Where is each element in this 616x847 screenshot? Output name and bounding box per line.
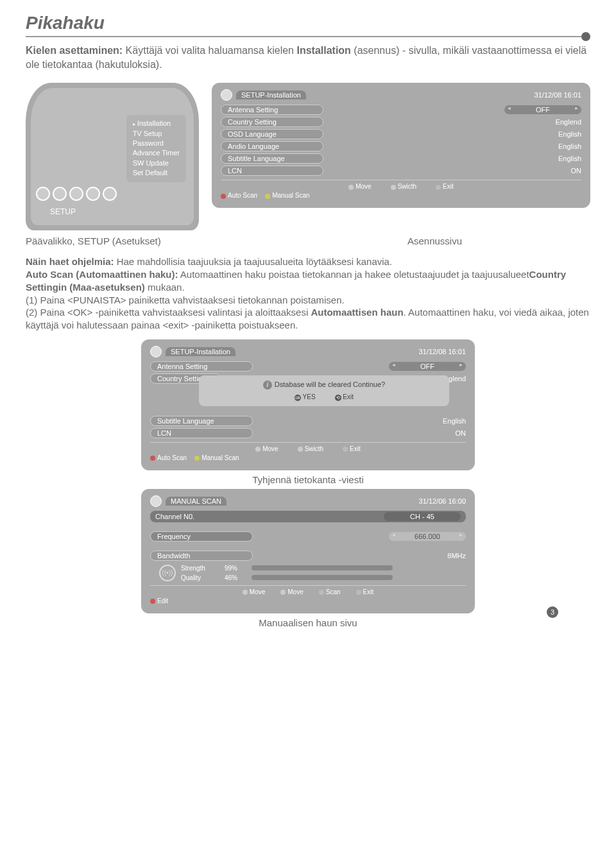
info-icon: i — [263, 381, 272, 389]
hint-scan[interactable]: Scan — [319, 588, 341, 595]
osd-title: SETUP-Installation — [236, 90, 306, 99]
menu-icon[interactable] — [86, 187, 100, 201]
val-sublang: English — [443, 417, 466, 425]
quality-label: Quality — [181, 574, 219, 581]
val-antenna[interactable]: OFF — [389, 362, 466, 371]
caption-installpage: Asennussivu — [407, 235, 462, 246]
page-title: Pikahaku — [26, 13, 590, 37]
row-antenna[interactable]: Antenna Setting — [221, 105, 323, 115]
menu-icon-row — [36, 187, 117, 201]
dialog-exit[interactable]: ⟲ Exit — [335, 393, 354, 401]
hint-exit[interactable]: Exit — [436, 183, 454, 190]
bt-l2r2: mukaan. — [145, 282, 185, 293]
intro-bold-prefix: Kielen asettaminen: — [26, 45, 126, 56]
val-sublang: English — [558, 155, 581, 162]
hint-move2: Move — [280, 588, 303, 595]
row-channel[interactable]: Channel N0. — [155, 513, 194, 520]
setup-label: SETUP — [50, 207, 76, 216]
sidebar-item-tvsetup[interactable]: TV Setup — [133, 129, 180, 139]
quality-value: 46% — [225, 574, 246, 581]
page-number: 3 — [547, 606, 558, 618]
intro-text: Kielen asettaminen: Käyttäjä voi valita … — [26, 44, 590, 71]
sidebar-item-swupdate[interactable]: SW Update — [133, 158, 180, 168]
btn-manualscan[interactable]: Manual Scan — [194, 454, 239, 461]
val-osdlang: English — [558, 130, 581, 138]
quality-bar — [252, 575, 393, 580]
body-text: Näin haet ohjelmia: Hae mahdollisia taaj… — [26, 255, 590, 332]
dialog-osd-panel: SETUP-Installation 31/12/08 16:01 Antenn… — [141, 339, 475, 470]
setup-menu-panel: Installation TV Setup Password Advance T… — [26, 83, 199, 230]
bt-l2b: Auto Scan (Automaattinen haku): — [26, 269, 178, 280]
row-lcn[interactable]: LCN — [221, 166, 323, 176]
row-osdlang[interactable]: OSD Language — [221, 129, 323, 139]
btn-autoscan[interactable]: Auto Scan — [150, 454, 187, 461]
bt-l2: Automaattinen haku poistaa tietokannan j… — [178, 269, 529, 280]
strength-label: Strength — [181, 565, 219, 572]
osd-header-icon — [221, 89, 232, 101]
strength-bar — [252, 565, 393, 570]
btn-manualscan[interactable]: Manual Scan — [265, 192, 309, 199]
row-freq[interactable]: Frequency — [150, 531, 253, 542]
osd-time: 31/12/08 16:01 — [419, 348, 466, 355]
signal-icon: ((•)) — [159, 565, 176, 581]
sidebar-item-setdefault[interactable]: Set Default — [133, 168, 180, 178]
btn-edit[interactable]: Edit — [150, 597, 168, 604]
sidebar-item-password[interactable]: Password — [133, 139, 180, 148]
caption-mainmenu: Päävalikko, SETUP (Asetukset) — [26, 235, 161, 246]
install-osd-panel: SETUP-Installation 31/12/08 16:01 Antenn… — [212, 83, 590, 208]
osd-title: MANUAL SCAN — [166, 497, 227, 506]
caption-manualscan: Manuaalisen haun sivu — [259, 617, 357, 628]
bt-l4a: (2) Paina <OK> -painiketta vahvistaakses… — [26, 307, 311, 318]
row-lcn[interactable]: LCN — [150, 428, 253, 438]
row-audiolang[interactable]: Andio Language — [221, 141, 323, 151]
val-channel[interactable]: CH - 45 — [384, 512, 461, 521]
hint-exit[interactable]: Exit — [343, 445, 361, 452]
val-lcn: ON — [456, 429, 466, 437]
row-country[interactable]: Country Setting — [221, 117, 323, 127]
osd-time: 31/12/08 16:01 — [535, 91, 581, 99]
bt-l1: Hae mahdollisia taajuuksia ja taajuusalu… — [114, 256, 393, 267]
dialog-yes[interactable]: ok YES — [295, 393, 316, 401]
row-bw[interactable]: Bandwidth — [150, 551, 253, 561]
val-audiolang: English — [558, 142, 581, 150]
row-sublang[interactable]: Subtitle Language — [150, 416, 253, 426]
menu-icon[interactable] — [103, 187, 117, 201]
val-bw: 8MHz — [447, 552, 466, 560]
bt-l1b: Näin haet ohjelmia: — [26, 256, 114, 267]
hint-move: Move — [255, 445, 278, 452]
sidebar-menu: Installation TV Setup Password Advance T… — [126, 115, 186, 182]
intro-bold-install: Installation — [296, 45, 350, 56]
menu-icon[interactable] — [36, 187, 50, 201]
sidebar-item-advancetimer[interactable]: Advance Timer — [133, 148, 180, 158]
strength-value: 99% — [225, 565, 246, 572]
btn-autoscan[interactable]: Auto Scan — [221, 192, 257, 199]
sidebar-item-installation[interactable]: Installation — [133, 119, 180, 128]
osd-header-icon — [150, 495, 162, 507]
intro-text-1: Käyttäjä voi valita haluamansa kielen — [126, 45, 297, 56]
osd-time: 31/12/06 16:00 — [419, 497, 466, 505]
caption-dialog: Tyhjennä tietokanta -viesti — [252, 474, 363, 485]
bt-l3: (1) Paina <PUNAISTA> painiketta vahvista… — [26, 295, 345, 305]
hint-switch: Swicth — [391, 183, 416, 190]
menu-icon[interactable] — [53, 187, 67, 201]
hint-move: Move — [243, 588, 265, 595]
osd-header-icon — [150, 346, 162, 357]
manualscan-osd-panel: MANUAL SCAN 31/12/06 16:00 Channel N0.CH… — [141, 489, 475, 613]
val-lcn: ON — [571, 167, 582, 175]
hint-exit[interactable]: Exit — [356, 588, 374, 595]
val-freq[interactable]: 666.000 — [389, 532, 466, 541]
menu-icon[interactable] — [69, 187, 83, 201]
hint-move: Move — [348, 183, 371, 190]
confirm-dialog: iDstabase will be cleared Continue? ok Y… — [199, 375, 449, 406]
dialog-text: Dstabase will be cleared Continue? — [275, 381, 385, 388]
row-antenna[interactable]: Antenna Setting — [150, 361, 253, 372]
row-sublang[interactable]: Subtitle Language — [221, 153, 323, 164]
bt-l4b: Automaattisen haun — [311, 307, 403, 318]
val-country: Englend — [556, 118, 581, 126]
osd-title: SETUP-Installation — [166, 347, 235, 356]
val-antenna[interactable]: OFF — [504, 105, 581, 114]
hint-switch: Swicth — [298, 445, 323, 452]
